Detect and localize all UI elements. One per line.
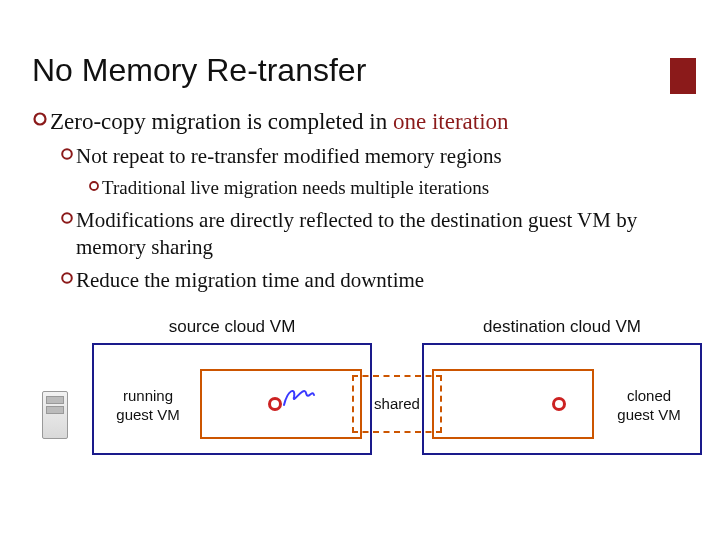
circle-bullet-icon xyxy=(60,211,74,225)
shared-memory-box: shared xyxy=(352,375,442,433)
server-icon xyxy=(42,391,82,447)
svg-point-1 xyxy=(62,149,72,159)
accent-square xyxy=(670,58,696,94)
bullet-1-pre: Zero-copy migration is completed in xyxy=(50,109,393,134)
destination-memory-box xyxy=(432,369,594,439)
svg-point-4 xyxy=(62,274,72,284)
bullet-text: Zero-copy migration is completed in one … xyxy=(50,107,509,137)
migration-diagram: source cloud VM destination cloud VM sha… xyxy=(92,317,660,467)
bullet-level1: Zero-copy migration is completed in one … xyxy=(32,107,688,137)
bullet-level3: Traditional live migration needs multipl… xyxy=(88,176,688,201)
memory-page-icon xyxy=(268,397,282,411)
bullet-level2: Not repeat to re-transfer modified memor… xyxy=(60,143,688,170)
bullet-text: Traditional live migration needs multipl… xyxy=(102,176,489,201)
destination-cloud-label: destination cloud VM xyxy=(462,317,662,337)
bullet-text: Modifications are directly reflected to … xyxy=(76,207,688,262)
running-guest-vm-label: running guest VM xyxy=(106,387,190,425)
cloned-guest-vm-label: cloned guest VM xyxy=(604,387,694,425)
bullet-text: Not repeat to re-transfer modified memor… xyxy=(76,143,502,170)
shared-label: shared xyxy=(374,395,420,412)
source-cloud-label: source cloud VM xyxy=(132,317,332,337)
circle-bullet-icon xyxy=(32,111,48,127)
slide-title: No Memory Re-transfer xyxy=(32,52,688,89)
circle-bullet-icon xyxy=(60,147,74,161)
memory-page-icon xyxy=(552,397,566,411)
bullet-level2: Reduce the migration time and downtime xyxy=(60,267,688,294)
slide-content: No Memory Re-transfer Zero-copy migratio… xyxy=(0,0,720,487)
bullet-1-accent: one iteration xyxy=(393,109,509,134)
bullet-text: Reduce the migration time and downtime xyxy=(76,267,424,294)
svg-point-2 xyxy=(90,182,98,190)
circle-bullet-icon xyxy=(60,271,74,285)
svg-point-3 xyxy=(62,213,72,223)
bullet-level2: Modifications are directly reflected to … xyxy=(60,207,688,262)
svg-point-0 xyxy=(35,114,46,125)
circle-bullet-icon xyxy=(88,180,100,192)
